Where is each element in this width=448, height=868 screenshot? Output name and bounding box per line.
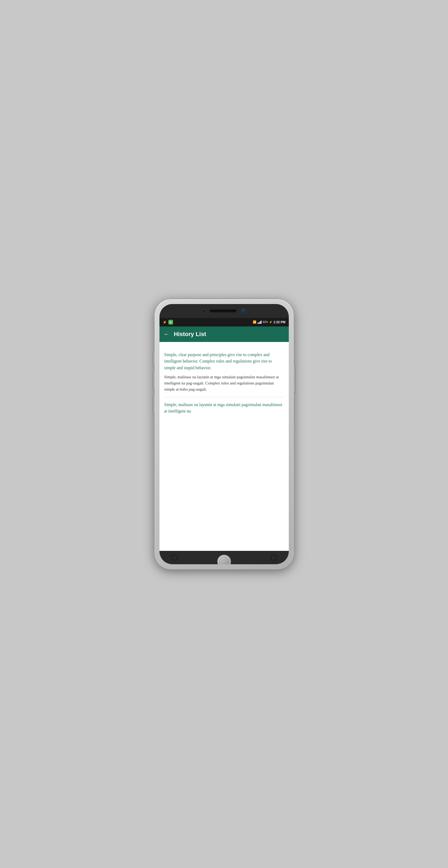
home-button-inner xyxy=(219,557,229,564)
page-title: History List xyxy=(174,331,206,338)
status-time: 1:32 PM xyxy=(273,320,285,324)
status-right: 📶 92% ⚡ 1:32 PM xyxy=(253,320,285,324)
entry-truncated-text: Simple, malinaw na layunin at mga simula… xyxy=(164,402,284,415)
entry-english-text: Simple, clear purpose and principles giv… xyxy=(164,351,284,371)
content-area[interactable]: Simple, clear purpose and principles giv… xyxy=(159,342,289,551)
back-button[interactable]: ← xyxy=(164,331,170,338)
camera-lens-icon xyxy=(241,308,247,314)
phone-device: ⚡ ◎ 📶 92% ⚡ 1:32 PM xyxy=(155,299,294,569)
side-button-volume-down[interactable] xyxy=(153,395,155,414)
app-bar: ← History List xyxy=(159,327,289,342)
phone-body: ⚡ ◎ 📶 92% ⚡ 1:32 PM xyxy=(159,304,289,564)
home-button[interactable] xyxy=(217,555,231,564)
status-left: ⚡ ◎ xyxy=(163,320,173,324)
notification-app-icon: ◎ xyxy=(168,320,173,324)
status-bar: ⚡ ◎ 📶 92% ⚡ 1:32 PM xyxy=(159,318,289,327)
bottom-nav-bar: ◁ ▷ xyxy=(159,551,289,564)
list-item[interactable]: Simple, malinaw na layunin at mga simula… xyxy=(164,397,284,419)
battery-percent: 92% xyxy=(263,320,268,323)
list-item[interactable]: Simple, clear purpose and principles giv… xyxy=(164,347,284,397)
entry-filipino-text: Simple, malinaw na layunin at mga simula… xyxy=(164,374,284,393)
wifi-icon: 📶 xyxy=(253,320,256,324)
side-button-volume-mute[interactable] xyxy=(153,353,155,366)
signal-bars-icon xyxy=(258,320,261,324)
battery-charging-icon: ⚡ xyxy=(269,320,272,323)
front-camera-icon xyxy=(202,309,205,313)
speaker-grille xyxy=(210,310,236,312)
side-button-volume-up[interactable] xyxy=(153,371,155,390)
phone-top-hardware xyxy=(159,304,289,318)
side-button-power[interactable] xyxy=(294,366,295,393)
nav-recent-button[interactable]: ▷ xyxy=(270,554,278,562)
usb-icon: ⚡ xyxy=(163,320,167,324)
nav-back-button[interactable]: ◁ xyxy=(170,554,178,562)
phone-screen: ⚡ ◎ 📶 92% ⚡ 1:32 PM xyxy=(159,318,289,551)
